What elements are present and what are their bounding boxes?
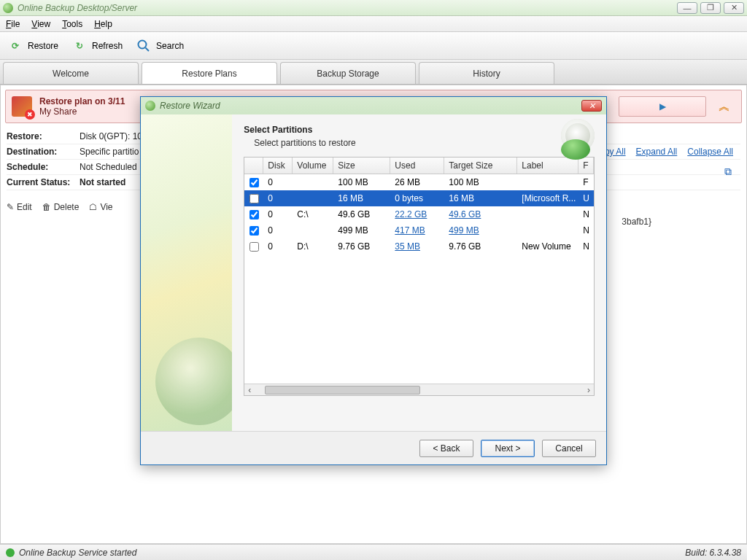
back-label: < Back (433, 443, 460, 454)
guid-fragment: 3bafb1} (622, 217, 651, 227)
checkbox[interactable] (249, 242, 259, 252)
grid-h-scrollbar[interactable]: ‹ › (244, 384, 594, 395)
cell-target: 16 MB (444, 193, 517, 203)
tab-backup-storage[interactable]: Backup Storage (280, 62, 416, 84)
cell-label: [Microsoft R... (517, 193, 578, 203)
col-target[interactable]: Target Size (444, 158, 517, 174)
trash-icon: 🗑 (42, 202, 51, 212)
copy-icon[interactable]: ⧉ (724, 166, 732, 178)
cell-f: U (578, 193, 594, 203)
table-row[interactable]: 0D:\9.76 GB35 MB9.76 GBNew VolumeN (244, 238, 594, 254)
checkbox[interactable] (249, 226, 259, 236)
cell-used[interactable]: 417 MB (390, 225, 444, 236)
view-plan-button[interactable]: ☖Vie (89, 202, 112, 212)
detail-sched-key: Schedule: (7, 162, 80, 172)
cell-f: N (578, 241, 594, 252)
next-button[interactable]: Next > (481, 440, 535, 457)
wizard-titlebar: Restore Wizard ✕ (141, 97, 606, 114)
search-icon (136, 38, 152, 54)
status-bar: Online Backup Service started Build: 6.3… (0, 544, 747, 560)
status-indicator-icon (6, 548, 15, 557)
cell-used[interactable]: 35 MB (390, 241, 444, 252)
wizard-hero-icon (548, 119, 595, 160)
table-row[interactable]: 0100 MB26 MB100 MBF (244, 174, 594, 190)
window-title: Online Backup Desktop/Server (18, 3, 137, 13)
cell-disk: 0 (263, 177, 293, 187)
delete-plan-button[interactable]: 🗑Delete (42, 202, 80, 212)
cancel-label: Cancel (555, 443, 582, 454)
cell-label: New Volume (517, 241, 578, 252)
menu-file[interactable]: File (6, 19, 20, 29)
row-checkbox[interactable] (244, 242, 263, 252)
cell-volume: C:\ (293, 209, 333, 219)
col-f[interactable]: F (578, 158, 594, 174)
collapse-all-link[interactable]: Collapse All (687, 147, 733, 157)
col-used[interactable]: Used (390, 158, 444, 174)
scroll-right-icon[interactable]: › (584, 385, 594, 395)
run-plan-button[interactable]: ▶ (619, 96, 706, 117)
table-row[interactable]: 0C:\49.6 GB22.2 GB49.6 GBN (244, 206, 594, 222)
row-checkbox[interactable] (244, 194, 263, 203)
cell-target[interactable]: 499 MB (444, 225, 517, 236)
tab-history[interactable]: History (419, 62, 554, 84)
plan-subtitle: My Share (39, 106, 125, 117)
cell-target[interactable]: 49.6 GB (444, 209, 517, 219)
cell-target: 9.76 GB (444, 241, 517, 252)
checkbox[interactable] (249, 178, 259, 187)
wizard-close-button[interactable]: ✕ (581, 100, 602, 112)
detail-sched-val: Not Scheduled (80, 162, 137, 172)
checkbox[interactable] (249, 210, 259, 219)
tab-welcome-label: Welcome (53, 69, 89, 79)
scroll-left-icon[interactable]: ‹ (244, 385, 255, 395)
cell-f: N (578, 209, 594, 219)
menu-help[interactable]: Help (94, 19, 112, 29)
col-check[interactable] (244, 158, 263, 174)
back-button[interactable]: < Back (419, 440, 473, 457)
build-label: Build: 6.3.4.38 (685, 548, 741, 558)
table-row[interactable]: 0499 MB417 MB499 MBN (244, 222, 594, 238)
toolbar-refresh[interactable]: ↻ Refresh (71, 38, 123, 54)
col-disk[interactable]: Disk (263, 158, 293, 174)
collapse-plan-button[interactable]: ︽ (713, 96, 735, 117)
toolbar-restore[interactable]: ⟳ Restore (7, 38, 58, 54)
edit-plan-button[interactable]: ✎Edit (7, 202, 32, 212)
menu-tools[interactable]: Tools (62, 19, 82, 29)
toolbar-search[interactable]: Search (136, 38, 184, 54)
maximize-button[interactable]: ❐ (700, 2, 721, 14)
wizard-title: Restore Wizard (160, 101, 220, 111)
view-label: Vie (100, 202, 112, 212)
partitions-grid: Disk Volume Size Used Target Size Label … (244, 157, 595, 396)
cell-used[interactable]: 22.2 GB (390, 209, 444, 219)
close-button[interactable]: ✕ (724, 2, 744, 14)
expand-all-link[interactable]: Expand All (636, 147, 678, 157)
cell-size: 499 MB (333, 225, 390, 236)
table-row[interactable]: 016 MB0 bytes16 MB[Microsoft R...U (244, 190, 594, 206)
row-checkbox[interactable] (244, 226, 263, 236)
row-checkbox[interactable] (244, 210, 263, 219)
wizard-app-icon (145, 101, 155, 111)
app-icon (3, 3, 13, 13)
toolbar: ⟳ Restore ↻ Refresh Search (0, 32, 747, 60)
col-volume[interactable]: Volume (293, 158, 333, 174)
cell-volume: D:\ (293, 241, 333, 252)
edit-label: Edit (17, 202, 32, 212)
plan-status-icon (12, 96, 32, 117)
tab-restore-plans[interactable]: Restore Plans (142, 62, 277, 84)
col-label[interactable]: Label (517, 158, 578, 174)
cell-disk: 0 (263, 209, 293, 219)
checkbox[interactable] (249, 194, 259, 203)
menu-view[interactable]: View (31, 19, 50, 29)
cancel-button[interactable]: Cancel (542, 440, 596, 457)
detail-restore-val: Disk 0(GPT): 10 (80, 131, 142, 141)
minimize-button[interactable]: — (677, 2, 697, 14)
cell-disk: 0 (263, 225, 293, 236)
pencil-icon: ✎ (7, 202, 14, 212)
wizard-subheading: Select partitions to restore (254, 138, 595, 148)
scroll-thumb[interactable] (265, 386, 419, 394)
toolbar-refresh-label: Refresh (92, 41, 123, 51)
detail-dest-val: Specific partitio (80, 147, 139, 157)
tab-welcome[interactable]: Welcome (3, 62, 139, 84)
row-checkbox[interactable] (244, 178, 263, 187)
wizard-footer: < Back Next > Cancel (141, 431, 606, 464)
col-size[interactable]: Size (333, 158, 390, 174)
